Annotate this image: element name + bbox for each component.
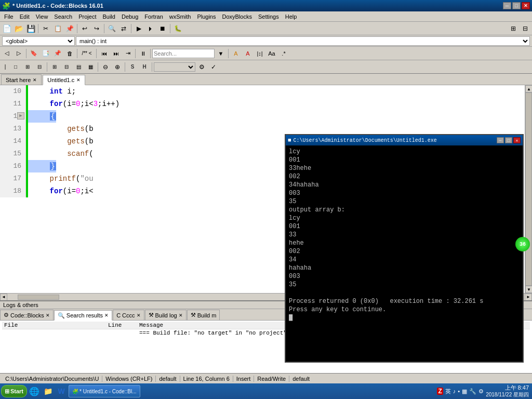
- menu-search[interactable]: Search: [51, 12, 75, 21]
- undo-button[interactable]: ↩: [79, 23, 90, 34]
- search-go[interactable]: ▼: [215, 48, 227, 59]
- tray-lang-icon[interactable]: 英: [445, 388, 451, 395]
- tray-z-icon[interactable]: Z: [437, 388, 443, 395]
- btab-search-results[interactable]: 🔍 Search results ✕: [54, 310, 112, 321]
- btab-buildlog[interactable]: ⚒ Build log ✕: [145, 310, 187, 320]
- scroll-thumb[interactable]: [525, 92, 532, 286]
- highlight1[interactable]: A: [230, 48, 242, 59]
- menu-edit[interactable]: Edit: [17, 12, 33, 21]
- start-button[interactable]: ⊞ Start: [1, 385, 27, 397]
- fold-expand[interactable]: ▦: [85, 61, 96, 73]
- style-settings[interactable]: ⚙: [196, 61, 207, 73]
- btab-codeblocks-close[interactable]: ✕: [46, 313, 50, 318]
- debug-button[interactable]: 🐛: [172, 23, 183, 34]
- menu-plugins[interactable]: Plugins: [194, 12, 219, 21]
- menu-build[interactable]: Build: [99, 12, 118, 21]
- func-select[interactable]: main() : int: [76, 36, 530, 46]
- header-btn[interactable]: H: [139, 61, 150, 73]
- editor-vscrollbar[interactable]: ▲ ▼: [525, 85, 532, 293]
- taskbar-cb-btn[interactable]: 🧩 * Untitled1.c - Code::Bl...: [69, 385, 140, 397]
- console-close[interactable]: ✕: [513, 137, 521, 143]
- doc-comment[interactable]: /** <: [79, 48, 95, 59]
- zoom-out[interactable]: ⊖: [100, 61, 111, 73]
- bookmark-prev[interactable]: 🔖: [28, 48, 39, 59]
- regex-toggle[interactable]: .*: [278, 48, 289, 59]
- tab-untitled1-close[interactable]: ✕: [76, 77, 81, 83]
- view-toggle[interactable]: ⊞: [508, 23, 519, 34]
- btab-cccc-close[interactable]: ✕: [137, 313, 141, 318]
- scroll-up-arrow[interactable]: ▲: [525, 85, 532, 92]
- hscroll-thumb[interactable]: [18, 295, 59, 300]
- tray-dot-icon[interactable]: •: [458, 388, 460, 394]
- indent-box2[interactable]: ⊟: [34, 61, 45, 73]
- replace-button[interactable]: ⇄: [118, 23, 129, 34]
- btab-buildlog-close[interactable]: ✕: [179, 313, 183, 318]
- scroll-left-arrow[interactable]: ◄: [0, 294, 7, 301]
- prev-button[interactable]: ◁: [1, 48, 12, 59]
- menu-file[interactable]: File: [1, 12, 17, 21]
- tab-untitled1[interactable]: Untitled1.c ✕: [43, 75, 85, 85]
- btab-cccc[interactable]: C Cccc ✕: [113, 310, 144, 320]
- run-button[interactable]: ⏵: [145, 23, 156, 34]
- paste-button[interactable]: 📌: [64, 23, 75, 34]
- close-button[interactable]: ✕: [522, 2, 530, 9]
- scroll-down-arrow[interactable]: ▼: [525, 286, 532, 293]
- menu-fortran[interactable]: Fortran: [141, 12, 166, 21]
- tray-sound-icon[interactable]: ♪: [453, 388, 456, 394]
- jump-next[interactable]: ⏭: [110, 48, 122, 59]
- zoom-in[interactable]: ⊕: [112, 61, 123, 73]
- indent-box[interactable]: □: [10, 61, 21, 73]
- menu-project[interactable]: Project: [75, 12, 99, 21]
- fold-all[interactable]: ▤: [73, 61, 84, 73]
- open-button[interactable]: 📂: [13, 23, 24, 34]
- minimize-button[interactable]: ─: [503, 2, 511, 9]
- fold-class[interactable]: ⊞: [49, 61, 60, 73]
- console-minimize[interactable]: ─: [497, 137, 504, 143]
- maximize-button[interactable]: □: [512, 2, 521, 9]
- menu-debug[interactable]: Debug: [118, 12, 141, 21]
- highlight2[interactable]: A: [242, 48, 254, 59]
- menu-help[interactable]: Help: [282, 12, 300, 21]
- tab-start-here[interactable]: Start here ✕: [1, 74, 42, 85]
- menu-settings[interactable]: Settings: [255, 12, 282, 21]
- next-button[interactable]: ▷: [13, 48, 24, 59]
- tray-network-icon[interactable]: ▦: [462, 388, 467, 395]
- console-maximize[interactable]: □: [505, 137, 512, 143]
- jump-prev[interactable]: ⏮: [98, 48, 110, 59]
- tray-settings2-icon[interactable]: ⚙: [478, 388, 484, 395]
- search-bar[interactable]: [152, 49, 215, 58]
- taskbar-ie-icon[interactable]: 🌐: [28, 385, 41, 397]
- tab-start-here-close[interactable]: ✕: [33, 77, 37, 83]
- build-button[interactable]: ▶: [133, 23, 144, 34]
- btab-codeblocks[interactable]: ⚙ Code::Blocks ✕: [0, 310, 54, 320]
- menu-view[interactable]: View: [33, 12, 51, 21]
- bookmark-clear[interactable]: 🗑: [64, 48, 75, 59]
- bookmark-next[interactable]: 📑: [40, 48, 51, 59]
- source-btn[interactable]: S: [127, 61, 138, 73]
- new-button[interactable]: 📄: [1, 23, 12, 34]
- console-window[interactable]: ■ C:\Users\Administrator\Documents\Untit…: [285, 134, 524, 363]
- code-style-select[interactable]: [154, 62, 195, 72]
- case-toggle[interactable]: Aa: [266, 48, 277, 59]
- style-apply[interactable]: ✓: [208, 61, 219, 73]
- copy-button[interactable]: 📋: [52, 23, 63, 34]
- menu-wxsmith[interactable]: wxSmith: [166, 12, 194, 21]
- indent-less[interactable]: |: [1, 61, 9, 73]
- stop-button[interactable]: ⏹: [157, 23, 168, 34]
- taskbar-folder-icon[interactable]: 📁: [42, 385, 54, 397]
- find-button[interactable]: 🔍: [106, 23, 117, 34]
- jump-end[interactable]: ⇥: [122, 48, 134, 59]
- fold-func[interactable]: ⊟: [61, 61, 72, 73]
- taskbar-word-icon[interactable]: W: [55, 385, 68, 397]
- menu-doxyblocks[interactable]: DoxyBlocks: [219, 12, 255, 21]
- redo-button[interactable]: ↪: [91, 23, 102, 34]
- stop2-button[interactable]: ⏸: [137, 48, 149, 59]
- panel-toggle[interactable]: ⊟: [520, 23, 531, 34]
- tray-settings1-icon[interactable]: 🔧: [469, 388, 476, 395]
- cut-button[interactable]: ✂: [40, 23, 51, 34]
- indent-more[interactable]: ⊞: [22, 61, 33, 73]
- scope-select[interactable]: <global>: [2, 36, 75, 46]
- save-button[interactable]: 💾: [25, 23, 36, 34]
- scroll-right-arrow[interactable]: ►: [525, 294, 532, 301]
- bookmark-add[interactable]: 📌: [52, 48, 63, 59]
